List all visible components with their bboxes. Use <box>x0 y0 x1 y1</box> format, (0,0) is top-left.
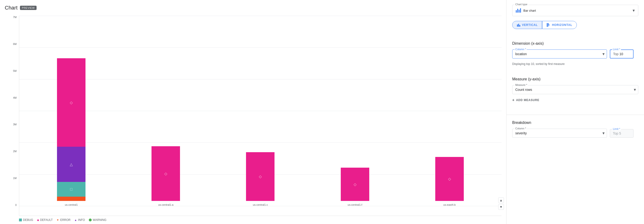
dimension-section: Dimension (x-axis) Column * location ▾ L… <box>512 41 638 70</box>
default-icon: ◇ <box>259 174 262 179</box>
bar-stack: ◇ <box>341 168 369 201</box>
debug-icon: □ <box>70 187 72 191</box>
measure-select-wrapper: Count rows ▾ <box>512 85 638 94</box>
info-label: INFO <box>78 218 85 221</box>
chart-type-value: Bar chart <box>523 9 536 12</box>
limit-label: Limit * <box>612 48 621 51</box>
dimension-field-row: Column * location ▾ Limit * Top <box>512 50 638 59</box>
column-label: Column * <box>514 48 527 51</box>
breakdown-field-row: Column * severity ▾ Limit * Top <box>512 129 638 138</box>
breakdown-select-wrapper: severity ▾ <box>512 129 607 138</box>
error-shape: ▼ <box>56 218 59 221</box>
limit-input-box: Top <box>610 50 634 59</box>
chart-type-container: Chart type Bar chart ▾ <box>512 5 638 16</box>
dimension-title: Dimension (x-axis) <box>512 41 638 46</box>
measure-field-row: Measure * Count rows ▾ <box>512 85 638 94</box>
add-measure-button[interactable]: + ADD MEASURE <box>512 98 638 102</box>
chart-type-label: Chart type <box>514 3 528 6</box>
breakdown-column-label: Column * <box>514 127 527 130</box>
default-icon: ◇ <box>70 100 73 105</box>
measure-section: Measure (y-axis) Measure * Count rows ▾ … <box>512 77 638 108</box>
breakdown-column-group: Column * severity ▾ <box>512 129 607 138</box>
chart-container: 7M 6M 5M 4M 3M 2M 1M 0 <box>5 16 502 221</box>
bar-stack: ◇ <box>152 146 180 201</box>
plus-icon: + <box>512 98 514 102</box>
vertical-label: VERTICAL <box>522 23 538 27</box>
top-prefix: Top <box>613 52 618 56</box>
bar-stack: ◇ <box>435 157 464 201</box>
default-icon: ◇ <box>448 177 451 181</box>
horizontal-icon <box>547 23 550 27</box>
info-shape: ▲ <box>74 218 77 221</box>
breakdown-top-prefix: Top <box>613 131 618 135</box>
breakdown-title: Breakdown <box>512 121 638 125</box>
error-label: ERROR <box>60 218 70 221</box>
y-label-6m: 6M <box>13 43 16 45</box>
legend-warning: WARNING <box>89 218 106 221</box>
x-label-us-central1: us-central1 <box>65 203 78 206</box>
measure-select[interactable]: Count rows <box>512 85 638 94</box>
bar-segment-default: ◇ <box>57 58 86 147</box>
measure-field-group: Measure * Count rows ▾ <box>512 85 638 94</box>
bar-col-us-central1-f: ◇ us-central1-f <box>341 168 369 206</box>
chart-header: Chart PREVIEW <box>5 5 502 11</box>
breakdown-limit-wrapper: Limit * Top <box>610 129 638 138</box>
bar-segment-error <box>57 197 86 201</box>
add-measure-label: ADD MEASURE <box>516 98 539 102</box>
column-select[interactable]: location <box>512 50 607 59</box>
chart-plot: 7M 6M 5M 4M 3M 2M 1M 0 <box>5 16 502 216</box>
breakdown-section: Breakdown Column * severity ▾ Limit * To… <box>512 121 638 141</box>
limit-field-wrapper: Limit * Top <box>610 50 638 59</box>
vertical-orientation-button[interactable]: VERTICAL <box>512 21 542 29</box>
orientation-buttons: VERTICAL HORIZONTAL <box>512 21 638 29</box>
section-divider <box>506 115 644 115</box>
breakdown-limit-input[interactable] <box>619 131 626 135</box>
y-label-0: 0 <box>15 203 16 206</box>
warning-label: WARNING <box>93 218 106 221</box>
warning-color <box>89 218 92 221</box>
bar-segment-default: ◇ <box>152 146 180 201</box>
bar-col-us-central1-c: ◇ us-central1-c <box>246 152 274 206</box>
chart-type-dropdown[interactable]: Bar chart ▾ <box>512 5 638 16</box>
limit-input[interactable] <box>620 52 627 56</box>
chart-type-arrow-icon: ▾ <box>632 8 635 13</box>
bar-stack: ◇ <box>246 152 274 201</box>
horizontal-orientation-button[interactable]: HORIZONTAL <box>542 21 577 29</box>
y-label-4m: 4M <box>13 96 16 99</box>
legend-debug: DEBUG <box>19 218 33 221</box>
y-label-3m: 3M <box>13 123 16 126</box>
dimension-hint: Displaying top 10, sorted by first measu… <box>512 62 638 66</box>
legend-error: ▼ ERROR <box>56 218 70 221</box>
bar-col-us-east4-b: ◇ us-east4-b <box>435 157 464 206</box>
y-label-5m: 5M <box>13 69 16 72</box>
info-icon: △ <box>70 162 73 167</box>
vertical-icon <box>517 23 520 27</box>
chart-type-inner: Bar chart <box>516 8 536 13</box>
debug-color <box>19 218 22 221</box>
y-axis: 7M 6M 5M 4M 3M 2M 1M 0 <box>5 16 19 216</box>
y-label-7m: 7M <box>13 16 16 19</box>
bars-area: □ △ ◇ us-central1 <box>19 16 502 216</box>
chart-area: Chart PREVIEW 7M 6M 5M 4M 3M 2M 1M 0 <box>0 0 506 224</box>
breakdown-limit-box: Top <box>610 129 634 138</box>
y-label-1m: 1M <box>13 177 16 179</box>
bar-segment-debug: □ <box>57 182 86 197</box>
bars-group: □ △ ◇ us-central1 <box>19 16 502 206</box>
svg-rect-2 <box>519 25 520 27</box>
svg-rect-0 <box>517 25 518 27</box>
y-label-2m: 2M <box>13 150 16 153</box>
bar-segment-default: ◇ <box>435 157 464 201</box>
breakdown-column-select[interactable]: severity <box>512 129 607 138</box>
chart-title: Chart <box>5 5 18 11</box>
svg-rect-3 <box>547 23 549 24</box>
debug-label: DEBUG <box>23 218 33 221</box>
column-select-wrapper: location ▾ <box>512 50 607 59</box>
svg-rect-1 <box>518 24 519 27</box>
legend: DEBUG ◆ DEFAULT ▼ ERROR ▲ INFO WARNING <box>5 216 502 221</box>
chart-type-section: Chart type Bar chart ▾ <box>512 5 638 35</box>
right-panel: Chart type Bar chart ▾ <box>506 0 644 224</box>
x-label-us-central1-a: us-central1-a <box>158 203 173 206</box>
column-field-group: Column * location ▾ <box>512 50 607 59</box>
bar-segment-default: ◇ <box>246 152 274 201</box>
x-label-us-east4-b: us-east4-b <box>443 203 456 206</box>
